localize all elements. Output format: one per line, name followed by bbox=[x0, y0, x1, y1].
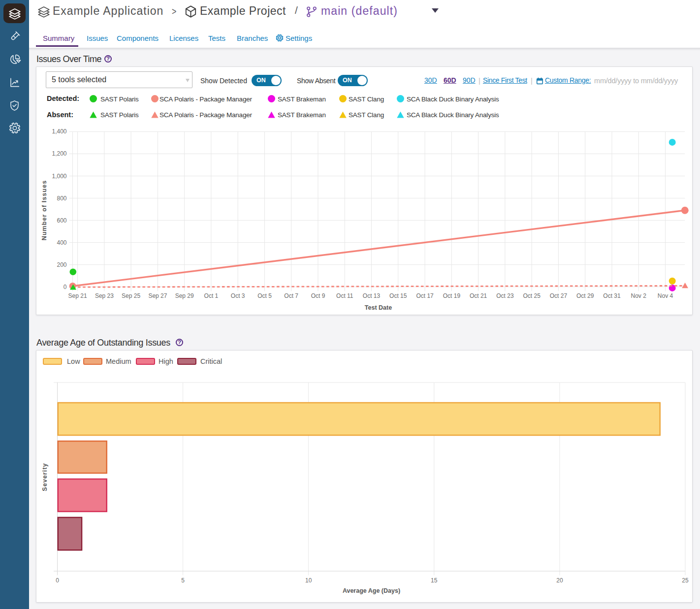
svg-text:200: 200 bbox=[57, 261, 66, 268]
svg-text:0: 0 bbox=[56, 577, 59, 584]
svg-text:Test Date: Test Date bbox=[365, 304, 392, 311]
svg-text:Severity: Severity bbox=[41, 463, 48, 491]
svg-text:10: 10 bbox=[305, 577, 312, 584]
svg-text:20: 20 bbox=[556, 577, 563, 584]
svg-text:Sep 29: Sep 29 bbox=[175, 292, 194, 299]
svg-text:Oct 21: Oct 21 bbox=[470, 292, 487, 299]
svg-text:600: 600 bbox=[57, 217, 66, 224]
svg-text:Oct 19: Oct 19 bbox=[443, 292, 461, 299]
svg-text:Oct 3: Oct 3 bbox=[231, 292, 245, 299]
svg-text:Nov 2: Nov 2 bbox=[631, 292, 647, 299]
svg-text:Nov 4: Nov 4 bbox=[658, 292, 673, 299]
svg-text:Oct 31: Oct 31 bbox=[603, 292, 621, 299]
svg-text:1,000: 1,000 bbox=[52, 173, 66, 180]
svg-text:Oct 13: Oct 13 bbox=[363, 292, 381, 299]
svg-text:Oct 5: Oct 5 bbox=[257, 292, 272, 299]
svg-text:Oct 9: Oct 9 bbox=[311, 292, 325, 299]
svg-text:Oct 11: Oct 11 bbox=[336, 292, 353, 299]
svg-text:1,200: 1,200 bbox=[52, 150, 66, 157]
svg-text:Oct 25: Oct 25 bbox=[523, 292, 541, 299]
svg-text:Oct 7: Oct 7 bbox=[284, 292, 298, 299]
svg-text:Oct 27: Oct 27 bbox=[550, 292, 568, 299]
svg-text:1,400: 1,400 bbox=[52, 128, 66, 135]
svg-text:400: 400 bbox=[57, 239, 66, 246]
svg-text:Oct 29: Oct 29 bbox=[576, 292, 594, 299]
svg-text:Sep 25: Sep 25 bbox=[122, 292, 140, 299]
svg-text:800: 800 bbox=[57, 195, 66, 202]
svg-text:0: 0 bbox=[64, 284, 67, 290]
svg-text:Oct 15: Oct 15 bbox=[389, 292, 407, 299]
svg-text:15: 15 bbox=[431, 577, 438, 584]
svg-text:Number of Issues: Number of Issues bbox=[41, 180, 48, 241]
svg-text:5: 5 bbox=[181, 577, 185, 584]
svg-text:Oct 23: Oct 23 bbox=[496, 292, 514, 299]
svg-text:Sep 23: Sep 23 bbox=[95, 292, 114, 299]
svg-text:Average Age (Days): Average Age (Days) bbox=[343, 587, 400, 594]
svg-text:25: 25 bbox=[682, 577, 689, 584]
svg-text:Oct 1: Oct 1 bbox=[204, 292, 219, 299]
svg-text:Oct 17: Oct 17 bbox=[416, 292, 434, 299]
svg-text:Sep 27: Sep 27 bbox=[148, 292, 167, 299]
svg-text:Sep 21: Sep 21 bbox=[68, 292, 87, 299]
